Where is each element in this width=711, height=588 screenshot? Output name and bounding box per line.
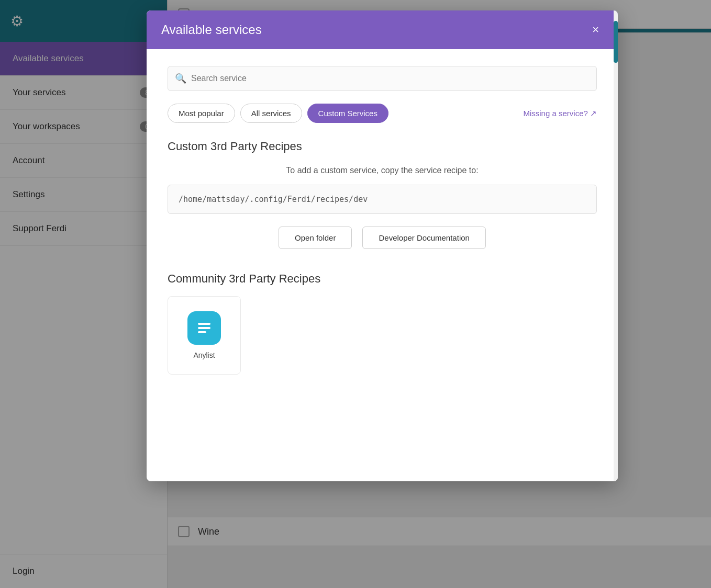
service-card-anylist[interactable]: Anylist <box>168 296 241 375</box>
svg-rect-0 <box>198 323 210 325</box>
modal-close-button[interactable]: × <box>588 22 603 38</box>
recipe-path: /home/mattsday/.config/Ferdi/recipes/dev <box>168 185 597 214</box>
open-folder-button[interactable]: Open folder <box>279 227 352 249</box>
filter-all-services[interactable]: All services <box>240 104 302 123</box>
svg-rect-2 <box>198 331 206 333</box>
modal-title: Available services <box>161 22 262 37</box>
modal-body: 🔍 Most popular All services Custom Servi… <box>147 49 618 391</box>
modal-scrollbar[interactable] <box>614 10 618 481</box>
available-services-modal: Available services × 🔍 Most popular All … <box>147 10 618 481</box>
custom-section-heading: Custom 3rd Party Recipes <box>168 140 597 153</box>
filter-most-popular[interactable]: Most popular <box>168 104 235 123</box>
modal-scrollbar-thumb <box>614 21 618 63</box>
developer-documentation-button[interactable]: Developer Documentation <box>362 227 485 249</box>
filter-custom-services[interactable]: Custom Services <box>307 104 388 123</box>
svg-rect-1 <box>198 327 210 329</box>
modal-header: Available services × <box>147 10 618 49</box>
community-section-heading: Community 3rd Party Recipes <box>168 272 597 286</box>
search-icon: 🔍 <box>175 73 186 84</box>
search-input[interactable] <box>168 66 597 91</box>
anylist-icon <box>187 311 221 345</box>
anylist-label: Anylist <box>193 351 215 359</box>
search-container: 🔍 <box>168 66 597 91</box>
action-buttons: Open folder Developer Documentation <box>168 227 597 249</box>
filter-row: Most popular All services Custom Service… <box>168 104 597 123</box>
services-grid: Anylist <box>168 296 597 375</box>
missing-service-link[interactable]: Missing a service? ↗ <box>523 109 597 118</box>
custom-info-text: To add a custom service, copy the servic… <box>168 166 597 175</box>
